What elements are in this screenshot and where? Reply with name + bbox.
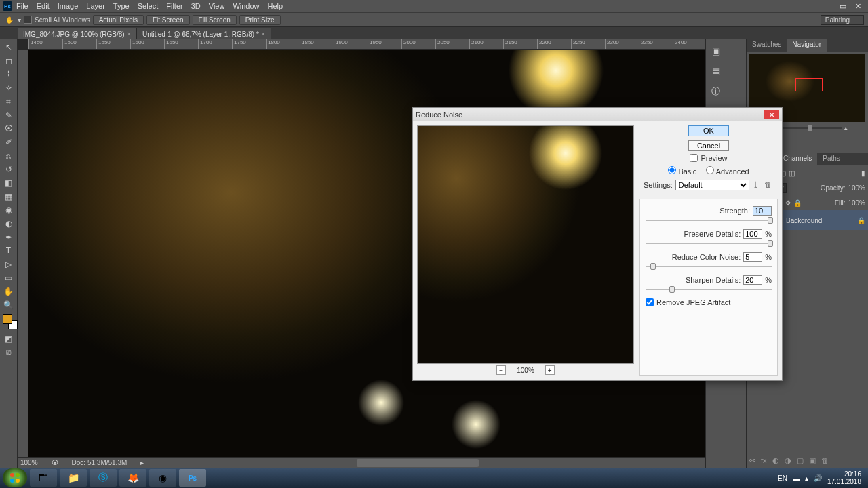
preserve-details-input[interactable] — [743, 229, 762, 239]
type-tool-icon[interactable]: T — [1, 244, 16, 258]
crop-tool-icon[interactable]: ⌗ — [1, 95, 16, 108]
sharpen-slider[interactable] — [646, 286, 772, 293]
color-noise-input[interactable] — [743, 252, 762, 262]
zoom-tool-icon[interactable]: 🔍 — [1, 298, 16, 312]
tray-clock[interactable]: 20:1617.01.2018 — [827, 470, 861, 485]
maximize-button[interactable]: ▭ — [835, 1, 850, 11]
tray-volume-icon[interactable]: 🔊 — [814, 474, 822, 482]
tab-close-icon[interactable]: × — [127, 30, 131, 37]
tab-untitled[interactable]: Untitled-1 @ 66,7% (Layer 1, RGB/8) *× — [137, 28, 271, 39]
strength-input[interactable] — [753, 206, 772, 216]
menu-help[interactable]: Help — [268, 2, 283, 10]
taskbar-chrome-icon[interactable]: ◉ — [149, 469, 176, 487]
swatches-tab[interactable]: Swatches — [747, 39, 787, 52]
layer-name[interactable]: Background — [786, 217, 822, 224]
hand-tool-icon[interactable]: ✋ — [4, 14, 15, 25]
navigator-tab[interactable]: Navigator — [787, 39, 827, 52]
fill-screen-button[interactable]: Fill Screen — [193, 15, 237, 25]
actions-panel-icon[interactable]: ▤ — [712, 66, 720, 76]
tray-lang[interactable]: EN — [778, 474, 787, 482]
tray-flag-icon[interactable]: ▬ — [793, 474, 800, 482]
history-brush-icon[interactable]: ↺ — [1, 163, 16, 176]
strength-slider[interactable] — [646, 217, 772, 224]
close-button[interactable]: ✕ — [850, 1, 865, 11]
tab-img8044[interactable]: IMG_8044.JPG @ 100% (RGB/8)× — [18, 28, 137, 39]
lasso-tool-icon[interactable]: ⌇ — [1, 68, 16, 81]
wand-tool-icon[interactable]: ✧ — [1, 81, 16, 95]
menu-image[interactable]: Image — [58, 2, 79, 10]
path-tool-icon[interactable]: ▷ — [1, 258, 16, 271]
menu-file[interactable]: File — [16, 2, 28, 10]
shape-tool-icon[interactable]: ▭ — [1, 271, 16, 285]
cancel-button[interactable]: Cancel — [688, 140, 729, 151]
eraser-tool-icon[interactable]: ◧ — [1, 176, 16, 190]
stamp-tool-icon[interactable]: ⎌ — [1, 149, 16, 163]
dialog-titlebar[interactable]: Reduce Noise ✕ — [413, 108, 782, 121]
channels-tab[interactable]: Channels — [778, 153, 817, 165]
lock-all-icon[interactable]: 🔒 — [793, 199, 802, 207]
dialog-preview-image[interactable] — [417, 125, 634, 364]
blur-tool-icon[interactable]: ◉ — [1, 203, 16, 217]
hand-tool-icon[interactable]: ✋ — [1, 285, 16, 298]
menu-filter[interactable]: Filter — [166, 2, 182, 10]
basic-radio[interactable] — [668, 166, 676, 174]
link-icon[interactable]: ⚯ — [749, 456, 755, 465]
taskbar-firefox-icon[interactable]: 🦊 — [119, 469, 146, 487]
tray-up-icon[interactable]: ▴ — [805, 474, 808, 482]
navigator-viewport[interactable] — [795, 78, 823, 92]
menu-layer[interactable]: Layer — [86, 2, 105, 10]
fill-value[interactable]: 100% — [848, 199, 865, 207]
menu-window[interactable]: Window — [233, 2, 259, 10]
mask-icon[interactable]: ◐ — [772, 456, 779, 465]
gradient-tool-icon[interactable]: ▦ — [1, 190, 16, 203]
eyedropper-tool-icon[interactable]: ✎ — [1, 108, 16, 122]
dodge-tool-icon[interactable]: ◐ — [1, 217, 16, 230]
dialog-close-button[interactable]: ✕ — [764, 110, 779, 119]
quickmask-icon[interactable]: ◩ — [1, 332, 16, 346]
filter-toggle[interactable]: ▮ — [861, 169, 865, 177]
heal-tool-icon[interactable]: ⦿ — [1, 122, 16, 136]
tab-close-icon[interactable]: × — [262, 30, 265, 37]
zoom-in-button[interactable]: + — [545, 365, 555, 375]
fit-screen-button[interactable]: Fit Screen — [146, 15, 190, 25]
ok-button[interactable]: OK — [688, 125, 729, 136]
delete-preset-icon[interactable]: 🗑 — [764, 180, 774, 190]
start-button[interactable] — [3, 468, 27, 487]
marquee-tool-icon[interactable]: ◻ — [1, 54, 16, 68]
lock-pos-icon[interactable]: ✥ — [785, 199, 791, 207]
nav-zoom-slider[interactable] — [774, 127, 842, 129]
taskbar-photoshop-icon[interactable]: Ps — [179, 469, 206, 487]
taskbar-skype-icon[interactable]: Ⓢ — [90, 469, 117, 487]
new-layer-icon[interactable]: ▣ — [809, 456, 816, 465]
taskbar-explorer-icon[interactable]: 🗔 — [30, 469, 57, 487]
jpeg-artifact-checkbox[interactable] — [646, 298, 654, 306]
trash-icon[interactable]: 🗑 — [821, 456, 829, 464]
settings-select[interactable]: Default — [675, 180, 749, 190]
color-swatch[interactable] — [3, 314, 15, 327]
scroll-all-checkbox[interactable] — [24, 16, 32, 24]
menu-3d[interactable]: 3D — [191, 2, 201, 10]
advanced-radio[interactable] — [706, 166, 714, 174]
screenmode-icon[interactable]: ⎚ — [1, 346, 16, 359]
menu-type[interactable]: Type — [113, 2, 130, 10]
actual-pixels-button[interactable]: Actual Pixels — [93, 15, 144, 25]
preserve-slider[interactable] — [646, 240, 772, 247]
color-slider[interactable] — [646, 263, 772, 270]
sharpen-input[interactable] — [743, 275, 762, 285]
print-size-button[interactable]: Print Size — [239, 15, 281, 25]
fx-icon[interactable]: fx — [761, 456, 767, 464]
brush-tool-icon[interactable]: ✐ — [1, 136, 16, 149]
minimize-button[interactable]: ― — [821, 1, 835, 11]
pen-tool-icon[interactable]: ✒ — [1, 230, 16, 244]
group-icon[interactable]: ▢ — [797, 456, 804, 465]
nav-zoom-in-icon[interactable]: ▴ — [844, 125, 848, 131]
scrollbar-horizontal[interactable] — [357, 459, 479, 467]
zoom-level[interactable]: 100% — [20, 459, 38, 466]
menu-edit[interactable]: Edit — [37, 2, 50, 10]
workspace-menu[interactable]: Painting — [821, 15, 864, 25]
zoom-out-button[interactable]: − — [496, 365, 506, 375]
menu-select[interactable]: Select — [138, 2, 159, 10]
opacity-value[interactable]: 100% — [848, 184, 865, 192]
history-panel-icon[interactable]: ▣ — [712, 46, 720, 56]
kind-filter-icon[interactable]: ◫ — [789, 169, 795, 177]
